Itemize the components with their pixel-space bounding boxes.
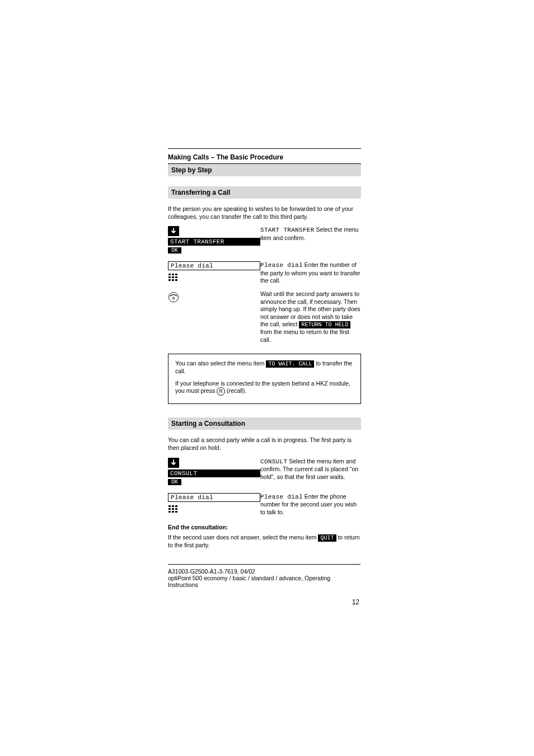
step3-text: Wait until the second party answers to a… <box>260 290 361 344</box>
svg-rect-16 <box>175 508 177 510</box>
intro-text-transfer: If the person you are speaking to wishes… <box>168 205 361 220</box>
intro-text-consult: You can call a second party while a call… <box>168 436 361 452</box>
lcd-readout-please-dial: Please dial <box>260 494 303 500</box>
svg-point-10 <box>172 297 175 299</box>
down-arrow-icon <box>168 458 179 468</box>
svg-rect-4 <box>172 276 174 278</box>
svg-rect-8 <box>175 279 177 281</box>
consult-step1-text: CONSULT Select the menu item and confirm… <box>260 458 361 481</box>
consult-step2-text: Please dial Enter the phone number for t… <box>260 493 361 516</box>
svg-rect-0 <box>168 274 171 275</box>
svg-rect-1 <box>172 274 174 275</box>
svg-rect-17 <box>168 511 171 513</box>
svg-rect-15 <box>172 508 174 510</box>
keypad-icon <box>168 505 178 515</box>
svg-rect-7 <box>172 279 174 281</box>
section-title-consult: Starting a Consultation <box>168 417 361 430</box>
step2-text: Please dial Enter the number of the part… <box>260 261 361 285</box>
svg-rect-18 <box>172 511 174 513</box>
lcd-please-dial: Please dial <box>168 261 260 270</box>
svg-rect-3 <box>168 276 171 278</box>
header-rule-top <box>168 148 361 149</box>
svg-rect-5 <box>175 276 177 278</box>
end-consult-text: If the second user does not answer, sele… <box>168 534 361 549</box>
lcd-to-wait-call: TO WAIT. CALL <box>266 360 314 368</box>
end-consult-heading: End the consultation: <box>168 524 361 532</box>
step-by-step-label: Step by Step <box>168 164 361 176</box>
footer-line1: A31003-G2500-A1-3-7619, 04/02 <box>168 568 360 575</box>
page-title: Making Calls – The Basic Procedure <box>168 151 361 163</box>
step1-text: START TRANSFER Select the menu item and … <box>260 226 361 242</box>
svg-rect-14 <box>168 508 171 510</box>
svg-rect-13 <box>175 505 177 507</box>
svg-rect-19 <box>175 511 177 513</box>
recall-key-icon: R <box>217 387 225 396</box>
svg-rect-6 <box>168 279 171 281</box>
note-box-transfer: You can also select the menu item TO WAI… <box>168 354 361 404</box>
keypad-icon <box>168 273 178 283</box>
svg-rect-12 <box>172 505 174 507</box>
lcd-start-transfer: START TRANSFER <box>168 238 260 246</box>
lcd-return-to-held: RETURN TO HELD <box>299 321 350 328</box>
lcd-readout-please-dial: Please dial <box>260 262 303 269</box>
lcd-consult: CONSULT <box>168 469 260 477</box>
onhook-icon <box>168 292 179 303</box>
footer-line2: optiPoint 500 economy / basic / standard… <box>168 575 360 588</box>
ok-button: OK <box>168 479 181 485</box>
svg-rect-2 <box>175 274 177 275</box>
lcd-readout-consult: CONSULT <box>260 458 287 465</box>
ok-button: OK <box>168 247 181 253</box>
lcd-readout-start-transfer: START TRANSFER <box>260 227 315 233</box>
lcd-please-dial: Please dial <box>168 493 260 502</box>
lcd-quit: QUIT <box>318 534 336 542</box>
svg-rect-11 <box>168 505 171 507</box>
page-footer: A31003-G2500-A1-3-7619, 04/02 optiPoint … <box>168 564 360 588</box>
page-number: 12 <box>352 598 359 606</box>
section-title-transfer: Transferring a Call <box>168 186 361 199</box>
down-arrow-icon <box>168 226 179 236</box>
